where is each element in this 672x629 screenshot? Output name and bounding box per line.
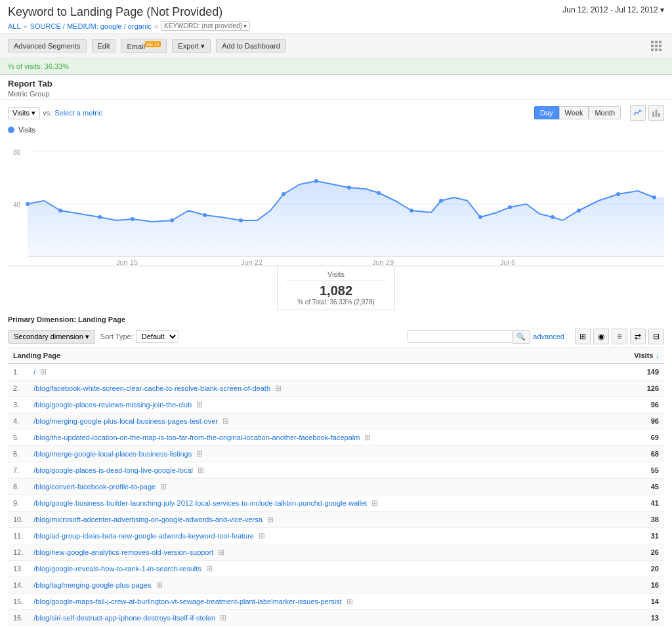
row-number: 6.	[8, 446, 28, 462]
table-section: Primary Dimension: Landing Page Secondar…	[0, 310, 672, 629]
row-visits: 149	[607, 364, 664, 380]
svg-point-14	[58, 209, 62, 213]
svg-marker-12	[28, 181, 664, 256]
breadcrumb-source-medium[interactable]: SOURCE / MEDIUM: google / organic	[30, 22, 152, 30]
row-visits: 13	[607, 610, 664, 626]
landing-page-link[interactable]: /blog/ad-group-ideas-beta-new-google-adw…	[33, 532, 254, 540]
compare-view-button[interactable]: ≡	[612, 329, 627, 344]
metric-select: Visits vs. Select a metric	[8, 107, 102, 119]
row-number: 8.	[8, 479, 28, 495]
grid-icon[interactable]	[648, 38, 664, 54]
row-icon[interactable]: ⊞	[160, 482, 167, 491]
date-range[interactable]: Jun 12, 2012 - Jul 12, 2012	[562, 5, 664, 14]
landing-page-link[interactable]: /blog/convert-facebook-profile-to-page	[33, 483, 156, 491]
landing-page-link[interactable]: /blog/google-business-builder-launching-…	[33, 499, 367, 507]
row-icon[interactable]: ⊞	[346, 597, 353, 606]
row-number: 3.	[8, 397, 28, 413]
table-view-button[interactable]: ⊞	[575, 329, 591, 344]
svg-text:Jul 6: Jul 6	[500, 258, 515, 266]
search-input[interactable]	[408, 330, 513, 343]
table-row: 7. /blog/google-places-is-dead-long-live…	[8, 462, 664, 479]
pivot-view-button[interactable]: ⇄	[630, 329, 646, 344]
row-landing-page: /blog/facebook-white-screen-clear-cache-…	[28, 380, 606, 397]
select-metric-link[interactable]: Select a metric	[54, 109, 102, 117]
row-landing-page: /blog/tag/merging-google-plus-pages ⊞	[28, 577, 606, 594]
row-visits: 31	[607, 528, 664, 544]
row-landing-page: /blog/ad-group-ideas-beta-new-google-adw…	[28, 528, 606, 544]
table-row: 10. /blog/microsoft-adcenter-advertising…	[8, 512, 664, 528]
row-landing-page: /blog/new-google-analytics-removes-old-v…	[28, 544, 606, 561]
pie-view-button[interactable]: ◉	[593, 329, 609, 344]
row-landing-page: / ⊞	[28, 364, 606, 380]
advanced-segments-button[interactable]: Advanced Segments	[8, 39, 87, 52]
svg-point-21	[314, 179, 318, 183]
row-number: 5.	[8, 430, 28, 446]
landing-page-link[interactable]: /blog/tag/merging-google-plus-pages	[33, 581, 151, 589]
svg-rect-1	[656, 110, 658, 117]
row-icon[interactable]: ⊞	[259, 531, 265, 540]
table-row: 11. /blog/ad-group-ideas-beta-new-google…	[8, 528, 664, 544]
email-button[interactable]: EmailBETA	[121, 39, 167, 53]
row-icon[interactable]: ⊞	[267, 515, 274, 524]
col-visits: Visits ↓	[607, 348, 664, 364]
bar-chart-button[interactable]	[648, 105, 664, 121]
row-icon[interactable]: ⊞	[275, 384, 282, 393]
row-icon[interactable]: ⊞	[196, 400, 203, 409]
breadcrumb-keyword[interactable]: KEYWORD: (not provided) ▾	[161, 21, 250, 31]
svg-point-23	[377, 191, 381, 195]
primary-dimension: Primary Dimension: Landing Page	[8, 310, 664, 326]
toolbar: Advanced Segments Edit EmailBETA Export …	[0, 34, 672, 58]
svg-rect-0	[652, 112, 654, 117]
row-visits: 16	[607, 577, 664, 594]
landing-page-link[interactable]: /	[33, 368, 35, 376]
row-visits: 126	[607, 380, 664, 397]
report-tab-label: Report Tab	[8, 79, 664, 89]
landing-page-link[interactable]: /blog/merge-google-local-places-business…	[33, 450, 192, 458]
advanced-link[interactable]: advanced	[533, 333, 564, 340]
landing-page-link[interactable]: /blog/merging-google-plus-local-business…	[33, 417, 218, 425]
row-number: 9.	[8, 495, 28, 512]
row-number: 17.	[8, 626, 28, 630]
sort-type-select[interactable]: Default	[136, 330, 178, 343]
row-icon[interactable]: ⊞	[198, 466, 204, 475]
landing-page-link[interactable]: /blog/siri-self-destruct-app-iphone-dest…	[33, 614, 215, 622]
landing-page-link[interactable]: /blog/google-places-is-dead-long-live-go…	[33, 466, 193, 474]
row-icon[interactable]: ⊞	[364, 433, 371, 442]
row-icon[interactable]: ⊞	[40, 367, 47, 376]
row-icon[interactable]: ⊞	[206, 564, 213, 573]
col-landing-page: Landing Page	[8, 348, 607, 364]
svg-point-24	[410, 209, 413, 213]
page-header: Keyword to Landing Page (Not Provided) A…	[0, 0, 672, 34]
chart-type-buttons	[630, 105, 664, 121]
period-month-button[interactable]: Month	[589, 106, 621, 119]
row-icon[interactable]: ⊞	[156, 580, 163, 590]
period-week-button[interactable]: Week	[559, 106, 589, 119]
landing-page-link[interactable]: /blog/new-google-analytics-removes-old-v…	[33, 548, 213, 556]
landing-page-link[interactable]: /blog/google-places-reviews-missing-join…	[33, 401, 192, 409]
row-icon[interactable]: ⊞	[222, 416, 229, 426]
chart-area: Visits 80 40 Jun 15 Jun 22 Jun 29 Jul 6	[0, 123, 672, 310]
landing-page-link[interactable]: /blog/google-reveals-how-to-rank-1-in-se…	[33, 565, 201, 573]
add-to-dashboard-button[interactable]: Add to Dashboard	[216, 39, 286, 52]
edit-button[interactable]: Edit	[92, 39, 116, 52]
chart-svg: 80 40 Jun 15 Jun 22 Jun 29 Jul 6	[8, 135, 664, 266]
row-icon[interactable]: ⊞	[220, 613, 226, 622]
metric-dropdown[interactable]: Visits	[8, 107, 40, 119]
period-day-button[interactable]: Day	[534, 106, 559, 119]
export-button[interactable]: Export ▾	[172, 39, 211, 53]
landing-page-link[interactable]: /blog/microsoft-adcenter-advertising-on-…	[33, 516, 262, 523]
table-row: 1. / ⊞ 149	[8, 364, 664, 380]
search-button[interactable]: 🔍	[513, 330, 530, 344]
landing-page-link[interactable]: /blog/google-maps-fail-j-crew-at-burling…	[33, 598, 342, 605]
chart-legend: Visits	[8, 123, 664, 135]
chart-container: 80 40 Jun 15 Jun 22 Jun 29 Jul 6	[8, 135, 664, 266]
row-icon[interactable]: ⊞	[218, 548, 224, 557]
landing-page-link[interactable]: /blog/the-updated-location-on-the-map-is…	[33, 434, 360, 441]
row-icon[interactable]: ⊞	[196, 449, 203, 458]
custom-view-button[interactable]: ⊟	[648, 329, 664, 344]
secondary-dimension-button[interactable]: Secondary dimension	[8, 330, 95, 344]
row-icon[interactable]: ⊞	[371, 498, 378, 508]
breadcrumb-all[interactable]: ALL	[8, 22, 21, 30]
line-chart-button[interactable]	[630, 105, 646, 121]
landing-page-link[interactable]: /blog/facebook-white-screen-clear-cache-…	[33, 384, 270, 392]
